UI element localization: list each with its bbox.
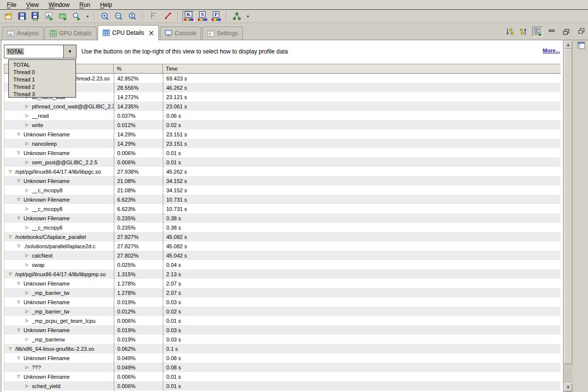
process-color-mode-button[interactable]: P [210, 11, 222, 22]
menu-view[interactable]: View [21, 0, 44, 9]
vertical-scrollbar[interactable]: ▲ ▼ [563, 40, 572, 392]
stream-color-mode-button[interactable]: S [196, 11, 208, 22]
expand-arrow-icon[interactable]: ▷ [24, 123, 30, 127]
tab-gpu-details[interactable]: GPU Details [45, 26, 97, 40]
save-all-button[interactable] [29, 11, 42, 22]
expand-arrow-icon[interactable]: ▷ [24, 318, 30, 323]
expand-arrow-icon[interactable]: ▷ [24, 104, 30, 108]
table-row[interactable]: ▽Unknown Filename6.623%10.731 s [4, 195, 561, 204]
combo-option[interactable]: Thread 2 [9, 83, 76, 90]
table-row[interactable]: ▷swap0.025%0.04 s [4, 260, 561, 269]
tab-console[interactable]: Console [160, 26, 201, 40]
expand-arrow-icon[interactable]: ▷ [24, 207, 30, 211]
zoom-in-button[interactable] [99, 11, 111, 22]
table-row[interactable]: ▽Unknown Filename0.019%0.03 s [4, 297, 561, 307]
thread-dropdown-list[interactable]: TOTALThread 0Thread 1Thread 2Thread 3 [8, 59, 76, 98]
table-row[interactable]: ▽Unknown Filename0.235%0.38 s [4, 213, 561, 223]
search-dropdown-caret[interactable]: ▾ [84, 11, 90, 22]
expand-arrow-icon[interactable]: ▷ [24, 262, 30, 267]
topology-button[interactable] [231, 11, 243, 22]
table-row[interactable]: ▷_mp_pcpu_get_team_lcpu0.006%0.01 s [4, 316, 561, 325]
expand-arrow-icon[interactable]: ▷ [24, 225, 30, 230]
table-row[interactable]: ▷sched_yield0.006%0.01 s [4, 381, 561, 391]
table-row[interactable]: ▷__c_mcopy80.235%0.38 s [4, 223, 561, 232]
menu-run[interactable]: Run [75, 0, 95, 9]
expand-arrow-icon[interactable]: ▷ [24, 188, 30, 192]
close-tab-button[interactable] [149, 30, 154, 36]
table-row[interactable]: ▷do_futex_wait14.272%23.121 s [4, 92, 561, 102]
tab-settings[interactable]: Settings [202, 26, 243, 40]
table-row[interactable]: ▽Unknown Filename0.006%0.01 s [4, 148, 561, 157]
table-row[interactable]: ▷__c_mcopy86.623%10.731 s [4, 204, 561, 213]
expand-arrow-icon[interactable]: ▷ [24, 253, 30, 258]
combo-option[interactable]: Thread 1 [9, 76, 76, 83]
collapse-arrow-icon[interactable]: ▽ [16, 244, 22, 248]
scroll-down-button[interactable]: ▼ [564, 383, 572, 392]
table-row[interactable]: ▷sem_post@@GLIBC_2.2.50.006%0.01 s [4, 157, 561, 167]
collapse-arrow-icon[interactable]: ▽ [7, 272, 13, 276]
table-row[interactable]: ▽./solutions/parallel/laplace2d.c27.827%… [4, 241, 561, 251]
column-header-time[interactable]: Time [163, 64, 561, 73]
thread-selector-value[interactable]: TOTAL [4, 45, 63, 58]
measure-range-button[interactable] [148, 11, 160, 22]
collapse-arrow-icon[interactable]: ▽ [16, 179, 22, 183]
table-row[interactable]: ▽Unknown Filename1.278%2.07 s [4, 279, 561, 288]
table-row[interactable]: ▷nanosleep14.29%23.151 s [4, 139, 561, 148]
expand-arrow-icon[interactable]: ▷ [24, 384, 30, 388]
expand-arrow-icon[interactable]: ▷ [24, 141, 30, 146]
table-row[interactable]: ▽Unknown Filename21.08%34.152 s [4, 176, 561, 185]
maximize-view-button[interactable] [561, 26, 571, 37]
save-button[interactable] [16, 11, 28, 22]
import-session-button[interactable] [57, 11, 69, 22]
collapse-arrow-icon[interactable]: ▽ [16, 216, 22, 220]
table-row[interactable]: ▽/lib/x86_64-linux-gnu/libpthread-2.23.s… [4, 74, 561, 83]
group-by-thread-button[interactable] [504, 26, 514, 37]
reset-marker-button[interactable] [161, 11, 174, 22]
restore-pane-button[interactable] [578, 27, 585, 36]
table-row[interactable]: ▽/lib/x86_64-linux-gnu/libc-2.23.so0.062… [4, 344, 561, 353]
collapse-arrow-icon[interactable]: ▽ [7, 169, 13, 174]
scroll-up-button[interactable]: ▲ [564, 41, 572, 49]
table-row[interactable]: ▷__read0.037%0.06 s [4, 111, 561, 120]
table-row[interactable]: ▽Unknown Filename0.019%0.03 s [4, 325, 561, 335]
table-row[interactable]: ▽Unknown Filename14.29%23.151 s [4, 130, 561, 139]
table-row[interactable]: ▽Unknown Filename28.556%46.262 s [4, 83, 561, 92]
group-by-function-button[interactable] [518, 26, 529, 37]
menu-file[interactable]: File [2, 0, 21, 9]
table-row[interactable]: ▽Unknown Filename0.049%0.08 s [4, 353, 561, 363]
table-row[interactable]: ▽/opt/pgi/linux86-64/17.4/lib/libpgc.so2… [4, 167, 561, 176]
combo-option[interactable]: Thread 0 [9, 68, 76, 76]
collapse-arrow-icon[interactable]: ▽ [16, 132, 22, 136]
search-run-button[interactable] [71, 11, 83, 22]
collapse-arrow-icon[interactable]: ▽ [16, 356, 22, 360]
table-row[interactable]: ▽Unknown Filename0.006%0.01 s [4, 372, 561, 381]
expand-arrow-icon[interactable]: ▷ [24, 337, 30, 341]
tree-view-button[interactable] [532, 26, 543, 37]
menu-window[interactable]: Window [44, 0, 75, 9]
collapse-arrow-icon[interactable]: ▽ [16, 151, 22, 155]
more-link[interactable]: More... [543, 48, 560, 53]
table-row[interactable]: ▷__c_mcopy821.08%34.152 s [4, 185, 561, 195]
expand-arrow-icon[interactable]: ▷ [24, 290, 30, 295]
column-header-percent[interactable]: % [114, 64, 163, 73]
combo-option[interactable]: TOTAL [9, 61, 76, 68]
table-row[interactable]: ▽/opt/pgi/linux86-64/17.4/lib/libpgmp.so… [4, 269, 561, 279]
thread-selector-combo[interactable]: TOTAL ▼ [4, 45, 77, 58]
new-session-icon[interactable] [2, 11, 14, 22]
table-row[interactable]: ▷???0.049%0.08 s [4, 363, 561, 372]
profile-application-button[interactable] [43, 11, 55, 22]
combo-option[interactable]: Thread 3 [9, 90, 76, 98]
table-row[interactable]: ▷write0.012%0.02 s [4, 120, 561, 130]
collapse-arrow-icon[interactable]: ▽ [7, 346, 13, 351]
zoom-out-button[interactable] [113, 11, 125, 22]
table-row[interactable]: ▷_mp_barrier_tw0.012%0.02 s [4, 307, 561, 316]
collapse-arrow-icon[interactable]: ▽ [7, 235, 13, 239]
expand-arrow-icon[interactable]: ▷ [24, 309, 30, 314]
table-row[interactable]: ▷calcNext27.802%45.042 s [4, 251, 561, 260]
collapse-arrow-icon[interactable]: ▽ [16, 300, 22, 304]
table-row[interactable]: ▷_mp_barrier_tw1.278%2.07 s [4, 288, 561, 297]
table-row[interactable]: ▽/notebooks/C/laplace_parallel27.827%45.… [4, 232, 561, 241]
table-row[interactable]: ▷pthread_cond_wait@@GLIBC_2.314.235%23.0… [4, 102, 561, 111]
scrollbar-thumb[interactable] [564, 49, 572, 364]
tab-analysis[interactable]: Analysis [2, 26, 44, 40]
